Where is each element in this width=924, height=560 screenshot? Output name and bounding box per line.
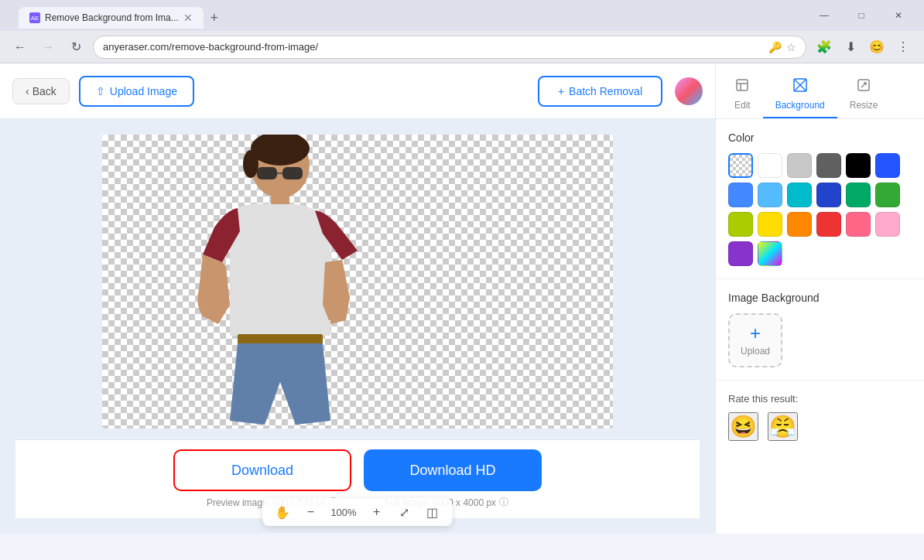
new-tab-button[interactable]: + (204, 7, 225, 29)
url-bar[interactable]: anyeraser.com/remove-background-from-ima… (93, 36, 806, 59)
forward-nav-button[interactable]: → (37, 36, 59, 58)
color-swatch-green2[interactable] (846, 183, 871, 207)
color-swatch-teal[interactable] (787, 183, 812, 207)
zoom-out-button[interactable]: − (299, 501, 321, 523)
back-arrow-icon: ‹ (26, 85, 29, 97)
panel-tabs: Edit Background Resize (715, 63, 924, 119)
color-swatch-pink[interactable] (846, 212, 871, 237)
sad-emoji-button[interactable]: 😤 (768, 412, 798, 441)
color-swatch-skyblue[interactable] (758, 183, 782, 207)
color-swatch-yellowgreen[interactable] (728, 212, 753, 237)
download-hd-button[interactable]: Download HD (364, 449, 542, 491)
color-swatch-white[interactable] (758, 153, 782, 178)
download-hd-label: Download HD (409, 463, 495, 479)
minimize-button[interactable]: — (806, 3, 842, 28)
upload-bg-button[interactable]: + Upload (728, 313, 782, 367)
download-label: Download (231, 463, 293, 479)
color-swatch-blue[interactable] (875, 153, 900, 178)
fit-screen-button[interactable]: ⤢ (394, 501, 416, 523)
rate-section: Rate this result: 😆 😤 (716, 381, 924, 453)
split-view-button[interactable]: ◫ (422, 501, 443, 523)
download-manager-button[interactable]: ⬇ (839, 36, 862, 59)
password-icon: 🔑 (768, 41, 782, 53)
back-button[interactable]: ‹ Back (12, 78, 70, 104)
app-header: ‹ Back ⇧ Upload Image + Batch Removal Ed… (0, 63, 924, 119)
emoji-row: 😆 😤 (728, 412, 912, 441)
tab-resize[interactable]: Resize (837, 71, 891, 118)
color-swatch-navy[interactable] (816, 183, 841, 207)
back-nav-button[interactable]: ← (9, 36, 31, 58)
image-bg-title: Image Background (728, 292, 912, 304)
reload-button[interactable]: ↻ (65, 36, 87, 58)
avatar[interactable] (675, 77, 703, 105)
back-label: Back (33, 85, 56, 97)
browser-toolbar: 🧩 ⬇ 😊 ⋮ (813, 36, 915, 59)
tab-edit[interactable]: Edit (722, 71, 763, 118)
extensions-button[interactable]: 🧩 (813, 36, 836, 59)
color-swatch-purple[interactable] (728, 241, 753, 266)
color-grid (728, 153, 912, 266)
color-swatch-black[interactable] (846, 153, 871, 178)
svg-rect-10 (257, 167, 277, 179)
svg-rect-0 (737, 80, 748, 90)
image-bg-section: Image Background + Upload (716, 279, 924, 381)
tab-background[interactable]: Background (763, 71, 837, 118)
menu-button[interactable]: ⋮ (891, 36, 915, 59)
color-swatch-rainbow[interactable] (758, 241, 782, 266)
address-icons: 🔑 ☆ (768, 41, 796, 53)
tab-edit-label: Edit (734, 100, 751, 111)
tab-title: Remove Background from Ima... (45, 12, 179, 23)
zoom-level: 100% (327, 507, 359, 518)
edit-icon (734, 77, 750, 97)
svg-rect-11 (282, 167, 303, 179)
upload-bg-plus-icon: + (750, 324, 761, 343)
full-info-icon: ⓘ (499, 496, 508, 509)
batch-removal-button[interactable]: + Batch Removal (538, 76, 662, 107)
zoom-in-button[interactable]: + (366, 501, 388, 523)
window-controls: — □ ✕ (806, 3, 916, 28)
color-section-title: Color (728, 131, 912, 144)
tab-close-btn[interactable]: ✕ (183, 12, 193, 24)
close-window-button[interactable]: ✕ (881, 3, 916, 28)
rate-title: Rate this result: (728, 393, 912, 405)
app-body: ✋ − 100% + ⤢ ◫ Download Download HD Prev… (0, 119, 924, 534)
color-swatch-cornflower[interactable] (728, 183, 753, 207)
color-swatch-green[interactable] (875, 183, 900, 207)
image-canvas (102, 135, 613, 429)
upload-icon: ⇧ (96, 85, 105, 97)
color-swatch-yellow[interactable] (758, 212, 782, 237)
upload-bg-label: Upload (741, 346, 770, 357)
tab-resize-label: Resize (850, 100, 878, 111)
color-section: Color (716, 119, 924, 279)
bookmark-icon[interactable]: ☆ (786, 41, 796, 53)
batch-plus-icon: + (558, 85, 564, 97)
person-image (164, 135, 396, 429)
browser-titlebar: AE Remove Background from Ima... ✕ + — □… (0, 0, 924, 31)
profile-button[interactable]: 😊 (865, 36, 888, 59)
svg-point-9 (243, 150, 258, 178)
upload-label: Upload Image (110, 85, 177, 97)
happy-emoji-button[interactable]: 😆 (728, 412, 758, 441)
resize-icon (856, 77, 871, 97)
canvas-area: ✋ − 100% + ⤢ ◫ Download Download HD Prev… (0, 119, 715, 534)
color-swatch-lightgray[interactable] (787, 153, 812, 178)
app-header-left: ‹ Back ⇧ Upload Image + Batch Removal (0, 63, 715, 119)
color-swatch-red[interactable] (816, 212, 841, 237)
canvas-toolbar: ✋ − 100% + ⤢ ◫ (262, 498, 452, 526)
tab-favicon: AE (29, 12, 40, 23)
background-icon (792, 77, 808, 97)
upload-image-button[interactable]: ⇧ Upload Image (79, 76, 194, 107)
download-button[interactable]: Download (173, 449, 351, 491)
color-swatch-darkgray[interactable] (816, 153, 841, 178)
browser-tab[interactable]: AE Remove Background from Ima... ✕ (19, 7, 204, 29)
svg-rect-14 (230, 320, 330, 336)
maximize-button[interactable]: □ (844, 3, 879, 28)
right-panel: Color (715, 119, 924, 534)
hand-tool-button[interactable]: ✋ (272, 501, 293, 523)
download-buttons: Download Download HD (173, 449, 542, 491)
batch-label: Batch Removal (569, 85, 642, 97)
tab-bar: AE Remove Background from Ima... ✕ + (14, 2, 800, 29)
color-swatch-transparent[interactable] (728, 153, 753, 178)
color-swatch-lightpink[interactable] (875, 212, 900, 237)
color-swatch-orange[interactable] (787, 212, 812, 237)
